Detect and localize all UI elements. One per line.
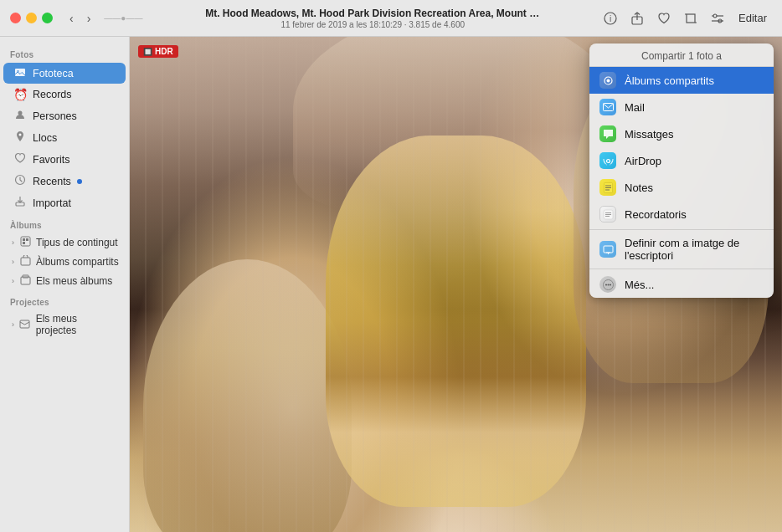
recents-dot (77, 179, 82, 184)
svg-point-44 (610, 284, 611, 285)
dropdown-item-notes[interactable]: Notes (589, 174, 774, 201)
meus-albums-label: Els meus àlbums (36, 275, 112, 287)
info-button[interactable]: i (599, 9, 621, 28)
svg-point-6 (713, 14, 717, 18)
sidebar-item-meus-albums[interactable]: › Els meus àlbums (3, 272, 126, 290)
sidebar-item-favorits[interactable]: Favorits (3, 149, 126, 170)
favorits-icon (13, 152, 27, 166)
dropdown-item-more[interactable]: Més... (589, 271, 774, 298)
reminders-app-icon (599, 206, 616, 223)
svg-rect-19 (23, 238, 25, 241)
dropdown-separator-2 (589, 269, 774, 269)
albums-chevron: › (12, 258, 14, 266)
albums-section-label: Àlbums (0, 214, 129, 233)
photo-title: Mt. Hood Meadows, Mt. Hood Park Division… (205, 8, 540, 19)
llocs-icon (13, 130, 27, 145)
slider-control[interactable]: ——●—— (100, 12, 146, 24)
svg-point-14 (18, 111, 23, 115)
meus-albums-chevron: › (12, 277, 14, 285)
adjust-button[interactable] (707, 9, 728, 28)
dropdown-item-desktop[interactable]: Definir com a imatge de l'escriptori (589, 232, 774, 267)
dropdown-item-mail[interactable]: Mail (589, 94, 774, 120)
hdr-label: HDR (155, 47, 173, 56)
title-bar-right: i (599, 9, 782, 28)
favorite-button[interactable] (653, 9, 675, 28)
svg-point-42 (605, 284, 607, 285)
records-icon: ⏰ (13, 88, 27, 101)
dropdown-item-albums[interactable]: Àlbums compartits (589, 67, 774, 94)
sidebar-item-records[interactable]: ⏰ Records (3, 84, 126, 105)
messages-app-icon (599, 125, 616, 142)
favorits-label: Favorits (33, 154, 69, 166)
tipus-label: Tipus de contingut (36, 237, 118, 248)
fototeca-label: Fototeca (33, 68, 74, 79)
recents-label: Recents (33, 176, 71, 187)
sidebar-item-albums-compartits[interactable]: › Àlbums compartits (3, 253, 126, 271)
svg-rect-20 (26, 238, 28, 241)
notes-item-label: Notes (625, 182, 764, 194)
fototeca-icon (13, 66, 27, 80)
more-item-label: Més... (625, 279, 764, 291)
svg-rect-18 (21, 237, 30, 246)
recordatoris-item-label: Recordatoris (625, 208, 764, 221)
sidebar-item-fototeca[interactable]: Fototeca (3, 63, 126, 84)
hdr-badge: 🔲 HDR (138, 45, 178, 58)
svg-rect-21 (23, 242, 25, 244)
sidebar-item-projectes[interactable]: › Els meus projectes (3, 310, 126, 339)
svg-point-15 (19, 134, 22, 136)
projectes-label: Els meus projectes (36, 313, 119, 336)
llocs-label: Llocs (33, 132, 57, 144)
fotos-section-label: Fotos (0, 43, 129, 62)
airdrop-item-label: AirDrop (625, 155, 764, 167)
dropdown-title: Compartir 1 foto a (589, 43, 774, 67)
back-button[interactable]: ‹ (66, 10, 77, 27)
close-button[interactable] (10, 13, 21, 23)
photo-subtitle: 11 febrer de 2019 a les 18:10:29 · 3.815… (280, 20, 465, 29)
albums-app-icon (599, 72, 616, 89)
sidebar-item-persones[interactable]: Persones (3, 105, 126, 126)
content-area: 🔲 HDR Compartir 1 foto a Àlbums comparti… (130, 37, 782, 532)
projectes-icon (18, 318, 32, 331)
maximize-button[interactable] (42, 13, 53, 23)
main-layout: Fotos Fototeca ⏰ Records Pers (0, 37, 782, 532)
tipus-chevron: › (12, 238, 14, 247)
albums-compartits-label: Àlbums compartits (36, 256, 119, 268)
sidebar-item-recents[interactable]: Recents (3, 171, 126, 192)
records-label: Records (33, 89, 72, 100)
title-bar: ‹ › ——●—— Mt. Hood Meadows, Mt. Hood Par… (0, 0, 782, 37)
share-button[interactable] (626, 9, 648, 28)
importat-icon (13, 196, 27, 210)
airdrop-app-icon (599, 152, 616, 169)
dropdown-item-missatges[interactable]: Missatges (589, 120, 774, 147)
title-bar-center: Mt. Hood Meadows, Mt. Hood Park Division… (146, 8, 599, 29)
sidebar-item-llocs[interactable]: Llocs (3, 127, 126, 148)
svg-rect-22 (21, 258, 30, 265)
importat-label: Importat (33, 197, 71, 209)
notes-app-icon (599, 179, 616, 196)
edit-button[interactable]: Editar (733, 9, 772, 27)
svg-rect-17 (16, 202, 24, 206)
dropdown-item-airdrop[interactable]: AirDrop (589, 147, 774, 174)
forward-button[interactable]: › (84, 10, 95, 27)
persones-label: Persones (33, 110, 77, 122)
sidebar: Fotos Fototeca ⏰ Records Pers (0, 37, 130, 532)
sidebar-item-importat[interactable]: Importat (3, 192, 126, 213)
albums-icon (18, 255, 32, 269)
crop-button[interactable] (680, 9, 702, 28)
recents-icon (13, 174, 27, 188)
dropdown-separator-1 (589, 229, 774, 230)
projectes-chevron: › (12, 320, 14, 329)
sidebar-item-tipus[interactable]: › Tipus de contingut (3, 233, 126, 252)
mail-item-label: Mail (625, 101, 764, 114)
meus-albums-icon (18, 274, 32, 288)
missatges-item-label: Missatges (625, 128, 764, 141)
more-icon (599, 276, 616, 293)
svg-point-43 (607, 284, 609, 285)
share-dropdown: Compartir 1 foto a Àlbums compartits (589, 43, 774, 298)
dropdown-item-recordatoris[interactable]: Recordatoris (589, 201, 774, 228)
desktop-item-label: Definir com a imatge de l'escriptori (625, 237, 764, 262)
tipus-icon (18, 236, 32, 249)
minimize-button[interactable] (26, 13, 37, 23)
hdr-icon: 🔲 (143, 48, 152, 56)
svg-rect-38 (604, 246, 613, 253)
